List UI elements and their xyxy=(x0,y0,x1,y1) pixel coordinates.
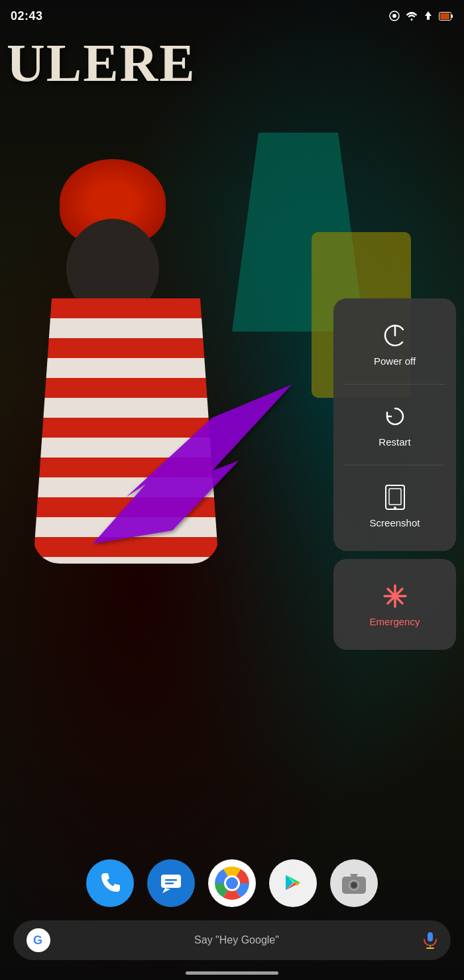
google-search-bar[interactable]: G Say "Hey Google" xyxy=(13,920,451,960)
dock-messages-icon[interactable] xyxy=(147,859,195,907)
svg-rect-9 xyxy=(389,489,401,505)
svg-rect-3 xyxy=(440,13,449,19)
emergency-label: Emergency xyxy=(370,616,420,627)
divider-2 xyxy=(344,465,445,465)
power-off-icon xyxy=(380,321,410,350)
svg-rect-4 xyxy=(451,15,453,18)
home-indicator xyxy=(186,971,278,975)
divider-1 xyxy=(344,384,445,385)
screenshot-item[interactable]: Screenshot xyxy=(339,468,451,543)
dock-phone-icon[interactable] xyxy=(86,859,134,907)
wifi-icon xyxy=(406,11,418,21)
svg-point-1 xyxy=(392,14,396,18)
status-bar: 02:43 xyxy=(0,0,464,32)
google-logo: G xyxy=(27,928,50,952)
mic-icon[interactable] xyxy=(423,932,437,949)
emergency-item[interactable]: Emergency xyxy=(339,567,451,642)
svg-marker-16 xyxy=(162,888,170,893)
dock-play-store-icon[interactable] xyxy=(269,859,317,907)
screenshot-icon xyxy=(380,483,410,512)
status-icons xyxy=(388,10,453,22)
power-menu: Power off Restart Screens xyxy=(333,298,456,650)
body xyxy=(33,298,219,564)
battery-icon xyxy=(439,12,453,21)
svg-text:G: G xyxy=(33,934,42,947)
restart-label: Restart xyxy=(378,436,410,448)
search-placeholder: Say "Hey Google" xyxy=(50,934,423,946)
restart-icon xyxy=(380,402,410,431)
power-off-item[interactable]: Power off xyxy=(339,306,451,381)
svg-point-21 xyxy=(226,877,238,889)
restart-item[interactable]: Restart xyxy=(339,387,451,462)
dock-camera-icon[interactable] xyxy=(330,859,378,907)
emergency-icon xyxy=(380,582,410,611)
app-dock xyxy=(0,859,464,907)
status-time: 02:43 xyxy=(11,9,43,23)
svg-rect-17 xyxy=(165,879,177,881)
svg-rect-18 xyxy=(165,883,174,885)
screen-record-icon xyxy=(388,10,400,22)
airplane-icon xyxy=(423,11,434,21)
emergency-panel: Emergency xyxy=(333,559,456,650)
dock-chrome-icon[interactable] xyxy=(208,859,256,907)
person-area xyxy=(0,119,331,716)
screenshot-label: Screenshot xyxy=(370,517,420,528)
power-off-label: Power off xyxy=(374,355,416,367)
svg-point-27 xyxy=(351,883,357,888)
svg-rect-15 xyxy=(161,875,181,888)
power-menu-main-panel: Power off Restart Screens xyxy=(333,298,456,551)
wallpaper-text: ULERE xyxy=(7,36,196,90)
svg-rect-30 xyxy=(428,932,433,942)
svg-point-10 xyxy=(394,507,396,509)
svg-marker-24 xyxy=(350,874,358,877)
